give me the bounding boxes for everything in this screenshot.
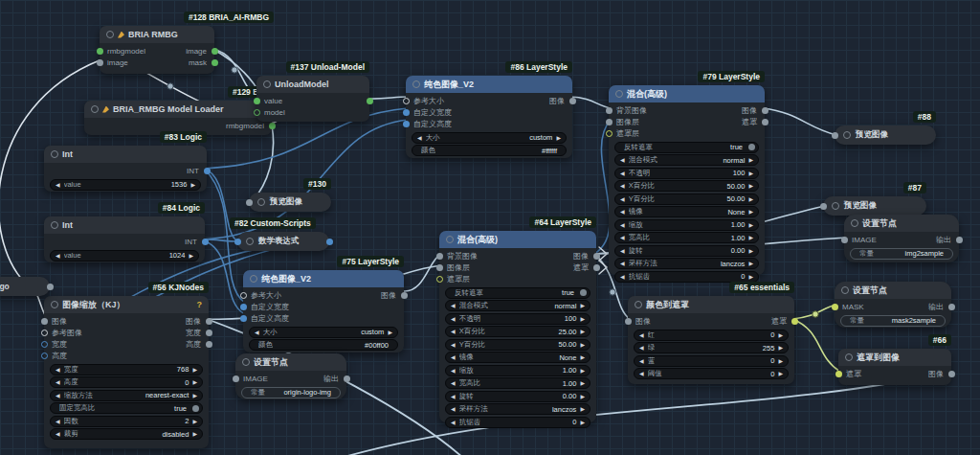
input-port[interactable] — [97, 48, 103, 55]
output-port[interactable] — [206, 318, 212, 325]
decrement-arrow-icon[interactable]: ◀ — [56, 393, 60, 398]
widget-combo-2[interactable]: ◀不透明100▶ — [614, 168, 759, 179]
input-port[interactable] — [820, 203, 827, 210]
output-port[interactable] — [948, 304, 955, 310]
increment-arrow-icon[interactable]: ▶ — [580, 303, 585, 308]
collapse-dot-icon[interactable] — [615, 90, 623, 98]
node-solid-color-image-v2-86[interactable]: #86 LayerStyle纯色图像_V2参考大小图像自定义宽度自定义高度◀大小… — [406, 76, 572, 158]
widget-combo-8[interactable]: ◀旋转0.00▶ — [445, 391, 590, 402]
input-port[interactable] — [841, 237, 848, 243]
widget-combo-10[interactable]: ◀抗锯齿0▶ — [614, 271, 759, 283]
input-port[interactable] — [41, 318, 48, 325]
decrement-arrow-icon[interactable]: ◀ — [639, 371, 644, 376]
widget-combo-3[interactable]: ◀X百分比25.00▶ — [445, 326, 590, 337]
increment-arrow-icon[interactable]: ▶ — [748, 196, 753, 202]
widget-toggle-0[interactable]: 反转遮罩true — [614, 142, 759, 153]
input-port[interactable] — [436, 264, 443, 271]
widget-toggle-3[interactable]: 固定宽高比true — [50, 402, 203, 414]
widget-combo-1[interactable]: ◀混合模式normal▶ — [614, 154, 759, 166]
decrement-arrow-icon[interactable]: ◀ — [620, 222, 625, 228]
node-titlebar[interactable]: Int — [44, 146, 207, 163]
node-int-84[interactable]: #84 LogicIntINT◀value1024▶ — [44, 216, 205, 262]
increment-arrow-icon[interactable]: ▶ — [748, 209, 753, 215]
input-port[interactable] — [606, 130, 612, 137]
increment-arrow-icon[interactable]: ▶ — [189, 253, 193, 259]
increment-arrow-icon[interactable]: ▶ — [580, 420, 585, 425]
increment-arrow-icon[interactable]: ▶ — [580, 406, 585, 412]
output-port[interactable] — [206, 330, 212, 336]
input-port[interactable] — [246, 199, 253, 206]
input-port[interactable] — [832, 132, 838, 139]
increment-arrow-icon[interactable]: ▶ — [580, 329, 585, 334]
collapse-dot-icon[interactable] — [635, 301, 642, 308]
output-port[interactable] — [791, 318, 798, 325]
node-preview-image-87[interactable]: #87预览图像 — [823, 196, 926, 216]
collapse-dot-icon[interactable] — [412, 80, 420, 88]
node-titlebar[interactable]: Int — [44, 216, 205, 234]
widget-combo-5[interactable]: ◀镜像None▶ — [614, 206, 759, 217]
widget-combo-5[interactable]: ◀镜像None▶ — [445, 352, 590, 363]
decrement-arrow-icon[interactable]: ◀ — [255, 330, 259, 335]
output-port[interactable] — [956, 237, 963, 243]
increment-arrow-icon[interactable]: ▶ — [580, 342, 585, 348]
node-titlebar[interactable]: 混合(高级) — [609, 85, 765, 102]
collapse-dot-icon[interactable] — [250, 275, 257, 283]
widget-combo-2[interactable]: ◀缩放方法nearest-exact▶ — [50, 390, 203, 401]
node-blend-advanced-79[interactable]: #79 LayerStyle混合(高级)背景图像图像图像层遮罩遮罩层反转遮罩tr… — [609, 85, 765, 275]
node-set-node-mask2sample[interactable]: 设置节点MASK输出常量mask2sample — [835, 282, 951, 328]
output-port[interactable] — [212, 59, 218, 66]
decrement-arrow-icon[interactable]: ◀ — [639, 332, 644, 338]
increment-arrow-icon[interactable]: ▶ — [190, 182, 195, 188]
decrement-arrow-icon[interactable]: ◀ — [620, 157, 625, 163]
collapse-dot-icon[interactable] — [91, 105, 99, 113]
decrement-arrow-icon[interactable]: ◀ — [620, 209, 625, 215]
input-port[interactable] — [254, 109, 260, 116]
widget-combo-3[interactable]: ◀X百分比50.00▶ — [614, 180, 759, 192]
increment-arrow-icon[interactable]: ▶ — [580, 354, 585, 360]
node-titlebar[interactable]: 设置节点 — [235, 353, 346, 371]
increment-arrow-icon[interactable]: ▶ — [748, 261, 753, 266]
input-port[interactable] — [41, 341, 48, 348]
input-port[interactable] — [835, 371, 842, 377]
increment-arrow-icon[interactable]: ▶ — [192, 419, 197, 424]
decrement-arrow-icon[interactable]: ◀ — [56, 419, 60, 424]
increment-arrow-icon[interactable]: ▶ — [192, 379, 197, 385]
output-port[interactable] — [401, 292, 408, 299]
node-blend-advanced-64[interactable]: #64 LayerStyle混合(高级)背景图像图像图像层遮罩遮罩层反转遮罩tr… — [439, 231, 596, 422]
increment-arrow-icon[interactable]: ▶ — [778, 345, 783, 351]
decrement-arrow-icon[interactable]: ◀ — [451, 394, 456, 399]
node-titlebar[interactable]: 图像缩放（KJ）? — [44, 296, 209, 313]
widget-combo-2[interactable]: ◀蓝0▶ — [634, 355, 789, 367]
widget-toggle-0[interactable]: 反转遮罩true — [445, 287, 590, 299]
increment-arrow-icon[interactable]: ▶ — [748, 171, 753, 176]
node-set-node-img2sample[interactable]: 设置节点IMAGE输出常量img2sample — [844, 215, 959, 262]
input-port[interactable] — [625, 318, 632, 325]
input-port[interactable] — [240, 315, 247, 322]
decrement-arrow-icon[interactable]: ◀ — [451, 342, 456, 348]
widget-combo-0[interactable]: ◀宽度768▶ — [50, 364, 203, 375]
increment-arrow-icon[interactable]: ▶ — [748, 222, 753, 228]
widget-combo-9[interactable]: ◀采样方法lanczos▶ — [614, 258, 759, 269]
output-port[interactable] — [269, 123, 276, 129]
collapse-dot-icon[interactable] — [51, 301, 58, 308]
collapse-dot-icon[interactable] — [257, 198, 265, 206]
decrement-arrow-icon[interactable]: ◀ — [451, 329, 456, 334]
collapse-dot-icon[interactable] — [242, 358, 250, 366]
output-port[interactable] — [948, 371, 955, 377]
widget-combo-1[interactable]: ◀混合模式normal▶ — [445, 300, 590, 311]
widget-combo-0[interactable]: ◀value1024▶ — [50, 250, 199, 262]
increment-arrow-icon[interactable]: ▶ — [778, 358, 783, 364]
collapse-dot-icon[interactable] — [51, 221, 58, 229]
widget-combo-1[interactable]: ◀绿255▶ — [634, 342, 789, 353]
widget-combo-3[interactable]: ◀阈值0▶ — [634, 368, 789, 379]
output-port[interactable] — [212, 48, 218, 55]
output-port[interactable] — [326, 239, 333, 245]
decrement-arrow-icon[interactable]: ◀ — [620, 235, 625, 240]
input-port[interactable] — [436, 276, 443, 283]
node-int-83[interactable]: #83 LogicIntINT◀value1536▶ — [44, 146, 207, 192]
increment-arrow-icon[interactable]: ▶ — [388, 330, 392, 335]
input-port[interactable] — [41, 353, 48, 359]
output-port[interactable] — [593, 253, 600, 260]
input-port[interactable] — [41, 330, 48, 336]
node-bria-rmbg-model-loader[interactable]: #129 BRIA_AI-RMBGBRIA_RMBG Model Loaderr… — [84, 101, 272, 135]
